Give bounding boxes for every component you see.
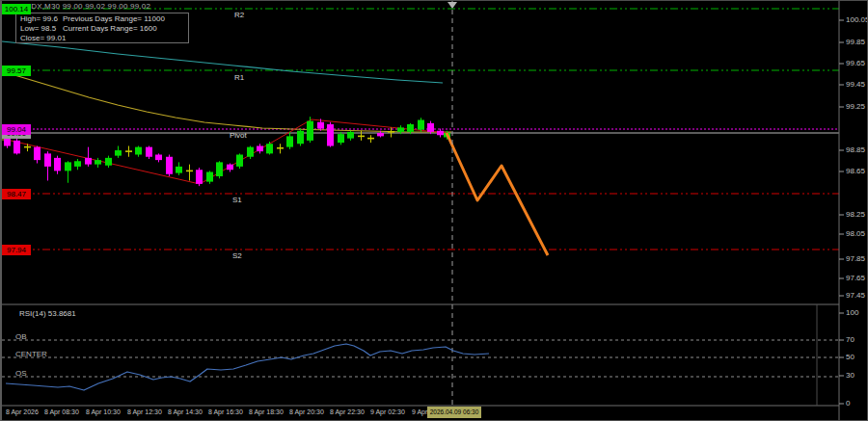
candle-body-bull	[286, 136, 293, 146]
candle-body-bear	[14, 141, 20, 154]
vertical-line-handle-icon	[448, 2, 457, 9]
candle-body-bear	[257, 146, 263, 152]
candle-body-bull	[347, 132, 354, 139]
candle-body-bull	[407, 124, 414, 132]
candle-body-bear	[227, 165, 233, 171]
candle-body-bear	[377, 133, 384, 136]
candle-body-bear	[427, 123, 434, 132]
candle-body-bear	[196, 170, 203, 184]
candle-body-bull	[236, 155, 243, 167]
candle-body-bull	[135, 147, 142, 155]
candle-body-bear	[34, 147, 41, 161]
candle-body-bull	[115, 150, 122, 156]
candle-body-bull	[266, 144, 273, 153]
candle-body-bull	[105, 158, 112, 166]
ma-yellow-line	[5, 72, 451, 132]
candle-body-bear	[146, 147, 152, 157]
candle-body-bear	[44, 153, 51, 167]
candle-body-bear	[166, 157, 173, 174]
candle-body-bear	[155, 155, 162, 161]
candle-body-bull	[418, 120, 424, 130]
ma-cyan-line	[2, 41, 443, 83]
candle-body-bull	[338, 134, 344, 143]
candle-body-bear	[85, 158, 92, 165]
candle-body-bull	[206, 172, 213, 182]
trading-chart-window: ▼ #USDX,M30 99.00 99.02 99.00 99.02 High…	[0, 0, 868, 421]
candle-body-bull	[65, 162, 71, 171]
candle-body-bull	[176, 167, 182, 173]
candle-body-bear	[4, 136, 11, 145]
candle-body-bull	[74, 161, 81, 167]
candle-body-bull	[397, 127, 404, 132]
chart-canvas[interactable]	[2, 1, 868, 421]
candle-body-bull	[307, 121, 313, 141]
candle-body-bull	[297, 131, 304, 145]
candle-body-bear	[317, 122, 324, 129]
candle-body-bull	[247, 147, 254, 157]
rsi-line	[6, 344, 489, 390]
candle-body-bear	[54, 158, 61, 171]
candle-body-bull	[216, 162, 223, 176]
candle-body-bull	[95, 160, 101, 165]
candle-body-bear	[327, 124, 334, 146]
candle-body-bear	[437, 131, 444, 136]
